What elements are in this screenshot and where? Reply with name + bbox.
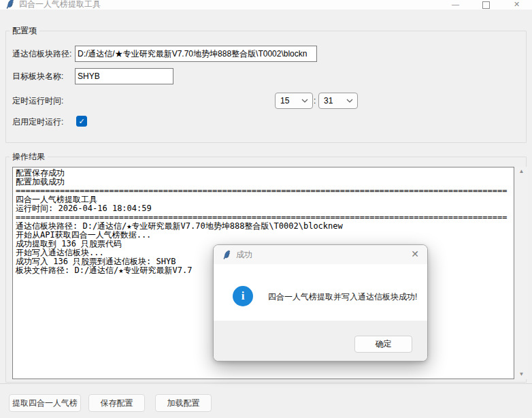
window-title: 四合一人气榜提取工具: [19, 0, 101, 10]
info-icon-glyph: i: [242, 289, 245, 303]
scroll-down-icon[interactable]: ▼: [519, 372, 525, 377]
tdx-path-label: 通达信板块路径:: [12, 48, 71, 59]
ok-button[interactable]: 确定: [354, 336, 412, 353]
dialog-title: 成功: [236, 249, 252, 261]
minimize-button[interactable]: —: [440, 0, 471, 10]
hour-select[interactable]: 15: [275, 93, 313, 109]
window-controls: — ✕: [440, 0, 532, 10]
dialog-titlebar: 成功 ✕: [214, 245, 427, 264]
chevron-down-icon: [346, 99, 353, 103]
minute-value: 31: [324, 96, 333, 106]
python-feather-icon: [222, 250, 231, 260]
result-group-title: 操作结果: [10, 152, 48, 162]
check-icon: ✓: [78, 118, 84, 125]
extract-button[interactable]: 提取四合一人气榜: [9, 394, 81, 412]
enable-schedule-label: 启用定时运行:: [12, 116, 63, 127]
titlebar: 四合一人气榜提取工具 — ✕: [0, 0, 532, 10]
close-button[interactable]: ✕: [501, 0, 532, 10]
tdx-path-input[interactable]: [75, 46, 317, 62]
info-icon: i: [233, 286, 253, 306]
close-icon: ✕: [514, 0, 520, 9]
scroll-up-icon[interactable]: ▲: [519, 169, 525, 174]
schedule-time-label: 定时运行时间:: [12, 95, 63, 106]
target-block-input[interactable]: [75, 68, 173, 84]
app-window: 四合一人气榜提取工具 — ✕ 配置项 通达信板块路径: 目标板块名称: 定时运行…: [0, 0, 532, 418]
config-group-title: 配置项: [10, 26, 39, 36]
maximize-button[interactable]: [471, 0, 501, 10]
target-block-label: 目标板块名称:: [12, 71, 63, 82]
save-config-button[interactable]: 保存配置: [88, 394, 145, 412]
minimize-icon: —: [452, 0, 459, 8]
enable-schedule-checkbox[interactable]: ✓: [76, 116, 87, 127]
log-line: 配置保存成功: [16, 169, 514, 178]
hour-value: 15: [280, 96, 289, 106]
load-config-button[interactable]: 加载配置: [155, 394, 212, 412]
success-dialog: 成功 ✕ i 四合一人气榜提取并写入通达信板块成功! 确定: [213, 244, 428, 361]
chevron-down-icon: [301, 99, 308, 103]
dialog-body: i 四合一人气榜提取并写入通达信板块成功!: [214, 264, 427, 321]
bottom-divider: [0, 383, 532, 384]
time-separator: :: [314, 96, 316, 106]
dialog-footer: 确定: [214, 321, 427, 361]
log-scrollbar[interactable]: ▲ ▼: [515, 167, 528, 379]
maximize-icon: [482, 1, 490, 9]
dialog-close-button[interactable]: ✕: [411, 248, 419, 259]
close-icon: ✕: [411, 248, 419, 259]
python-feather-icon: [5, 0, 15, 10]
dialog-message: 四合一人气榜提取并写入通达信板块成功!: [268, 291, 417, 303]
minute-select[interactable]: 31: [318, 93, 358, 109]
